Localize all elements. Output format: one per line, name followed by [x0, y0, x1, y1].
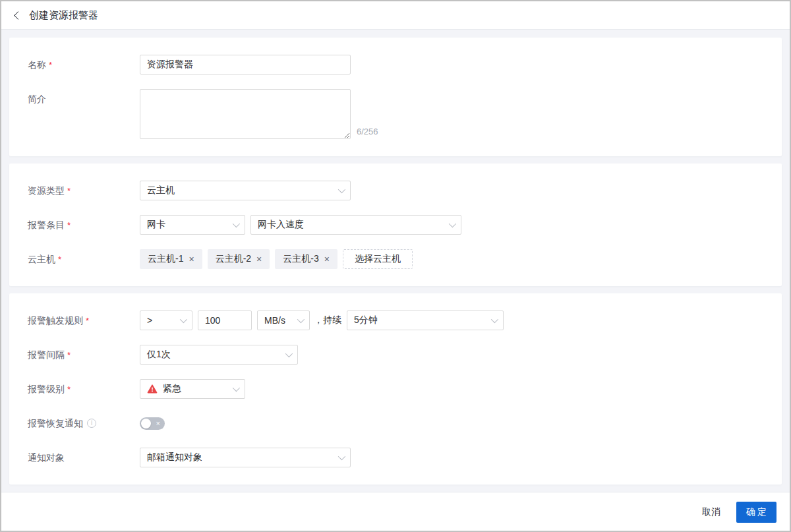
- interval-label: 报警间隔 *: [28, 345, 140, 365]
- notify-row: 通知对象 邮箱通知对象: [28, 448, 763, 467]
- name-controls: [140, 55, 351, 74]
- duration-prefix-text: ，持续: [314, 314, 341, 326]
- host-tag: 云主机-1 ×: [140, 249, 202, 269]
- recovery-row: 报警恢复通知 i ×: [28, 413, 763, 433]
- confirm-button[interactable]: 确定: [736, 502, 776, 523]
- warning-triangle-icon: [147, 384, 158, 394]
- entry-category-value: 网卡: [147, 219, 165, 231]
- operator-value: >: [147, 315, 152, 326]
- host-tag: 云主机-2 ×: [208, 249, 270, 269]
- toggle-off-icon: ×: [156, 417, 160, 430]
- required-asterisk: *: [86, 311, 89, 331]
- resource-type-controls: 云主机: [140, 181, 351, 200]
- intro-label-text: 简介: [28, 89, 46, 109]
- chevron-down-icon: [449, 220, 456, 227]
- unit-value: MB/s: [264, 315, 285, 326]
- resource-type-value: 云主机: [147, 185, 175, 196]
- intro-row: 简介 6/256: [28, 89, 763, 139]
- chevron-down-icon: [297, 316, 305, 323]
- required-asterisk: *: [58, 250, 61, 270]
- resource-type-row: 资源类型 * 云主机: [28, 181, 763, 200]
- host-tag-label: 云主机-2: [216, 253, 251, 265]
- required-asterisk: *: [67, 380, 71, 399]
- interval-select[interactable]: 仅1次: [140, 345, 298, 365]
- resource-card: 资源类型 * 云主机 报警条目 * 网卡: [9, 163, 782, 286]
- level-value: 紧急: [163, 383, 181, 395]
- entry-category-select[interactable]: 网卡: [140, 215, 245, 235]
- trigger-rule-label-text: 报警触发规则: [28, 310, 83, 330]
- interval-controls: 仅1次: [140, 345, 298, 365]
- resource-type-label-text: 资源类型: [28, 181, 65, 200]
- chevron-down-icon: [338, 453, 345, 460]
- notify-value: 邮箱通知对象: [147, 452, 202, 463]
- required-asterisk: *: [67, 345, 71, 365]
- host-tag-label: 云主机-1: [148, 253, 183, 265]
- required-asterisk: *: [49, 55, 52, 75]
- basic-info-card: 名称 * 简介 6/256: [9, 38, 782, 156]
- select-host-button[interactable]: 选择云主机: [343, 249, 413, 269]
- level-value-wrap: 紧急: [147, 383, 181, 395]
- interval-row: 报警间隔 * 仅1次: [28, 345, 763, 365]
- chevron-down-icon: [180, 316, 187, 323]
- name-label: 名称 *: [28, 55, 140, 74]
- unit-select[interactable]: MB/s: [257, 310, 310, 330]
- recovery-toggle[interactable]: ×: [140, 417, 165, 430]
- hosts-row: 云主机 * 云主机-1 × 云主机-2 × 云主机-3 ×: [28, 249, 763, 269]
- interval-value: 仅1次: [147, 349, 171, 361]
- recovery-controls: ×: [140, 413, 165, 430]
- level-label: 报警级别 *: [28, 379, 140, 399]
- entry-metric-value: 网卡入速度: [258, 219, 304, 231]
- notify-label: 通知对象: [28, 448, 140, 467]
- required-asterisk: *: [67, 181, 71, 201]
- alarm-entry-label: 报警条目 *: [28, 215, 140, 235]
- hosts-controls: 云主机-1 × 云主机-2 × 云主机-3 × 选择云主机: [140, 249, 413, 269]
- notify-label-text: 通知对象: [28, 448, 65, 467]
- chevron-down-icon: [233, 384, 240, 392]
- char-counter: 6/256: [357, 126, 378, 139]
- cancel-button[interactable]: 取消: [702, 506, 720, 518]
- hosts-label-text: 云主机: [28, 249, 55, 269]
- footer-bar: 取消 确定: [1, 492, 790, 531]
- toggle-knob: [141, 419, 151, 429]
- resource-type-select[interactable]: 云主机: [140, 181, 351, 200]
- close-icon[interactable]: ×: [324, 254, 330, 264]
- recovery-label: 报警恢复通知 i: [28, 413, 140, 433]
- trigger-rule-controls: > MB/s ，持续 5分钟: [140, 310, 504, 330]
- name-label-text: 名称: [28, 55, 46, 74]
- name-input[interactable]: [140, 55, 351, 74]
- level-row: 报警级别 * 紧急: [28, 379, 763, 399]
- alarm-entry-row: 报警条目 * 网卡 网卡入速度: [28, 215, 763, 235]
- level-controls: 紧急: [140, 379, 245, 399]
- back-icon[interactable]: [14, 11, 22, 20]
- chevron-down-icon: [491, 316, 498, 323]
- operator-select[interactable]: >: [140, 310, 192, 330]
- intro-label: 简介: [28, 89, 140, 109]
- close-icon[interactable]: ×: [189, 254, 194, 264]
- hosts-label: 云主机 *: [28, 249, 140, 269]
- name-row: 名称 *: [28, 55, 763, 74]
- intro-textarea[interactable]: [140, 89, 351, 139]
- level-label-text: 报警级别: [28, 379, 65, 399]
- chevron-down-icon: [338, 186, 345, 193]
- close-icon[interactable]: ×: [256, 254, 262, 264]
- resource-type-label: 资源类型 *: [28, 181, 140, 200]
- page-title: 创建资源报警器: [29, 9, 98, 22]
- info-icon[interactable]: i: [87, 419, 96, 428]
- duration-select[interactable]: 5分钟: [347, 310, 504, 330]
- notify-controls: 邮箱通知对象: [140, 448, 351, 467]
- notify-select[interactable]: 邮箱通知对象: [140, 448, 351, 467]
- intro-controls: 6/256: [140, 89, 378, 139]
- entry-metric-select[interactable]: 网卡入速度: [250, 215, 461, 235]
- recovery-label-text: 报警恢复通知: [28, 413, 83, 433]
- create-alarm-page: 创建资源报警器 名称 * 简介 6/256: [0, 0, 791, 532]
- host-tag-label: 云主机-3: [283, 253, 318, 265]
- form-content: 名称 * 简介 6/256 资源类型: [1, 30, 790, 492]
- host-tag: 云主机-3 ×: [275, 249, 337, 269]
- rule-card: 报警触发规则 * > MB/s ，持续 5分钟: [9, 293, 782, 485]
- threshold-input[interactable]: [198, 310, 252, 330]
- chevron-down-icon: [285, 350, 293, 357]
- page-header: 创建资源报警器: [1, 1, 790, 30]
- level-select[interactable]: 紧急: [140, 379, 245, 399]
- chevron-down-icon: [233, 220, 240, 227]
- trigger-rule-row: 报警触发规则 * > MB/s ，持续 5分钟: [28, 310, 763, 330]
